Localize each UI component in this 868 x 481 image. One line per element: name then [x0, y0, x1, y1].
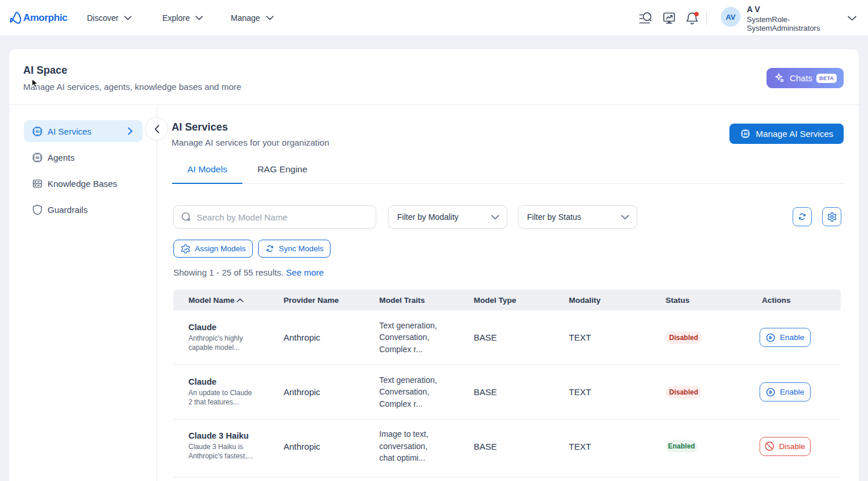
svg-text:AI: AI [35, 155, 39, 160]
svg-text:AI: AI [35, 129, 39, 133]
svg-text:AI: AI [743, 132, 747, 136]
